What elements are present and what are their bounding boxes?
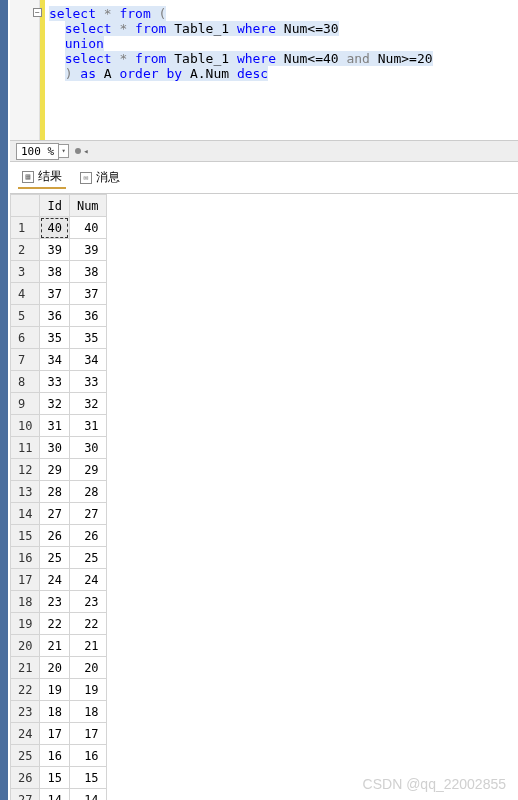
cell-id[interactable]: 30 [40, 437, 69, 459]
row-number[interactable]: 14 [11, 503, 40, 525]
cell-id[interactable]: 32 [40, 393, 69, 415]
table-row[interactable]: 113030 [11, 437, 107, 459]
cell-num[interactable]: 16 [69, 745, 106, 767]
cell-num[interactable]: 36 [69, 305, 106, 327]
cell-num[interactable]: 25 [69, 547, 106, 569]
cell-id[interactable]: 16 [40, 745, 69, 767]
row-number[interactable]: 6 [11, 327, 40, 349]
row-number[interactable]: 13 [11, 481, 40, 503]
zoom-dropdown-icon[interactable]: ▾ [59, 144, 69, 158]
table-row[interactable]: 14040 [11, 217, 107, 239]
row-number[interactable]: 25 [11, 745, 40, 767]
scroll-left-icon[interactable]: ◂ [83, 146, 88, 156]
table-row[interactable]: 83333 [11, 371, 107, 393]
tab-messages[interactable]: ✉ 消息 [76, 166, 124, 189]
table-row[interactable]: 241717 [11, 723, 107, 745]
cell-num[interactable]: 22 [69, 613, 106, 635]
row-number[interactable]: 12 [11, 459, 40, 481]
cell-id[interactable]: 36 [40, 305, 69, 327]
table-row[interactable]: 152626 [11, 525, 107, 547]
row-number[interactable]: 17 [11, 569, 40, 591]
cell-num[interactable]: 30 [69, 437, 106, 459]
cell-num[interactable]: 34 [69, 349, 106, 371]
table-row[interactable]: 53636 [11, 305, 107, 327]
cell-num[interactable]: 14 [69, 789, 106, 801]
table-row[interactable]: 271414 [11, 789, 107, 801]
cell-id[interactable]: 35 [40, 327, 69, 349]
table-row[interactable]: 103131 [11, 415, 107, 437]
row-number[interactable]: 11 [11, 437, 40, 459]
table-row[interactable]: 122929 [11, 459, 107, 481]
cell-id[interactable]: 23 [40, 591, 69, 613]
row-number[interactable]: 7 [11, 349, 40, 371]
table-row[interactable]: 93232 [11, 393, 107, 415]
table-row[interactable]: 261515 [11, 767, 107, 789]
table-row[interactable]: 251616 [11, 745, 107, 767]
cell-num[interactable]: 31 [69, 415, 106, 437]
cell-id[interactable]: 29 [40, 459, 69, 481]
cell-num[interactable]: 32 [69, 393, 106, 415]
results-grid[interactable]: Id Num 140402393933838437375363663535734… [10, 194, 107, 800]
cell-num[interactable]: 35 [69, 327, 106, 349]
code-line-4[interactable]: select * from Table_1 where Num<=40 and … [49, 51, 514, 66]
table-row[interactable]: 33838 [11, 261, 107, 283]
row-number[interactable]: 27 [11, 789, 40, 801]
grid-corner[interactable] [11, 195, 40, 217]
cell-id[interactable]: 20 [40, 657, 69, 679]
cell-id[interactable]: 39 [40, 239, 69, 261]
table-row[interactable]: 63535 [11, 327, 107, 349]
table-row[interactable]: 73434 [11, 349, 107, 371]
cell-id[interactable]: 24 [40, 569, 69, 591]
col-num[interactable]: Num [69, 195, 106, 217]
cell-id[interactable]: 38 [40, 261, 69, 283]
cell-id[interactable]: 22 [40, 613, 69, 635]
cell-id[interactable]: 25 [40, 547, 69, 569]
cell-num[interactable]: 17 [69, 723, 106, 745]
table-row[interactable]: 172424 [11, 569, 107, 591]
code-line-2[interactable]: select * from Table_1 where Num<=30 [49, 21, 514, 36]
col-id[interactable]: Id [40, 195, 69, 217]
sql-editor[interactable]: − select * from ( select * from Table_1 … [10, 0, 518, 140]
table-row[interactable]: 221919 [11, 679, 107, 701]
row-number[interactable]: 21 [11, 657, 40, 679]
row-number[interactable]: 26 [11, 767, 40, 789]
splitter-dot[interactable] [75, 148, 81, 154]
zoom-select[interactable]: 100 % [16, 143, 59, 160]
cell-id[interactable]: 34 [40, 349, 69, 371]
cell-num[interactable]: 39 [69, 239, 106, 261]
row-number[interactable]: 8 [11, 371, 40, 393]
table-row[interactable]: 23939 [11, 239, 107, 261]
row-number[interactable]: 5 [11, 305, 40, 327]
row-number[interactable]: 24 [11, 723, 40, 745]
table-row[interactable]: 192222 [11, 613, 107, 635]
cell-id[interactable]: 33 [40, 371, 69, 393]
table-row[interactable]: 182323 [11, 591, 107, 613]
cell-id[interactable]: 17 [40, 723, 69, 745]
cell-num[interactable]: 29 [69, 459, 106, 481]
code-line-1[interactable]: select * from ( [49, 6, 514, 21]
row-number[interactable]: 15 [11, 525, 40, 547]
table-row[interactable]: 231818 [11, 701, 107, 723]
cell-num[interactable]: 33 [69, 371, 106, 393]
code-line-3[interactable]: union [49, 36, 514, 51]
cell-num[interactable]: 28 [69, 481, 106, 503]
cell-num[interactable]: 18 [69, 701, 106, 723]
cell-num[interactable]: 26 [69, 525, 106, 547]
cell-id[interactable]: 19 [40, 679, 69, 701]
cell-id[interactable]: 21 [40, 635, 69, 657]
cell-id[interactable]: 18 [40, 701, 69, 723]
row-number[interactable]: 20 [11, 635, 40, 657]
cell-id[interactable]: 15 [40, 767, 69, 789]
table-row[interactable]: 202121 [11, 635, 107, 657]
cell-num[interactable]: 15 [69, 767, 106, 789]
cell-num[interactable]: 24 [69, 569, 106, 591]
code-area[interactable]: − select * from ( select * from Table_1 … [45, 0, 518, 140]
row-number[interactable]: 4 [11, 283, 40, 305]
row-number[interactable]: 16 [11, 547, 40, 569]
cell-num[interactable]: 21 [69, 635, 106, 657]
code-line-5[interactable]: ) as A order by A.Num desc [49, 66, 514, 81]
cell-id[interactable]: 40 [40, 217, 69, 239]
table-row[interactable]: 162525 [11, 547, 107, 569]
cell-id[interactable]: 14 [40, 789, 69, 801]
row-number[interactable]: 10 [11, 415, 40, 437]
